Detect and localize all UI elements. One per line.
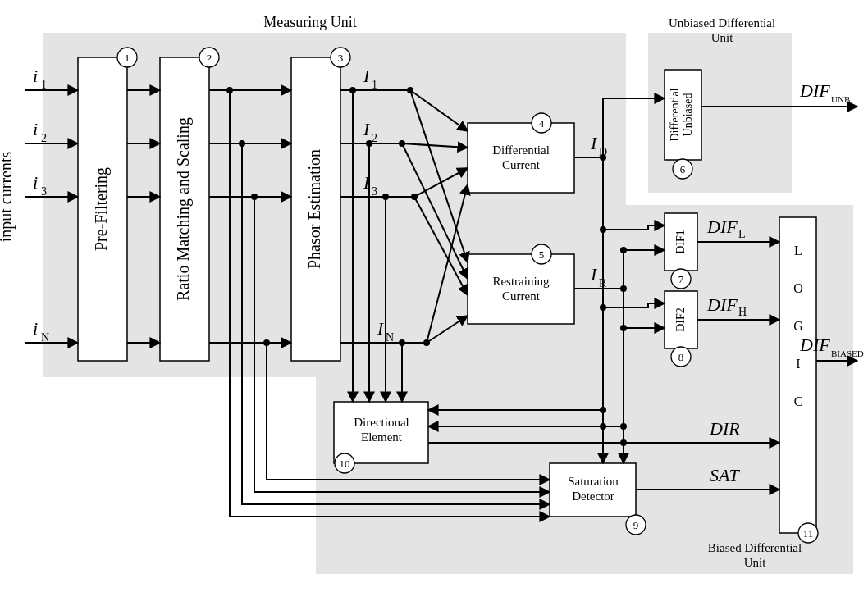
IR-tap2 [620,325,627,331]
unbiased-title-1: Unbiased Differential [669,16,775,30]
sat-l1: Saturation [568,475,619,488]
i1-base: i [33,66,38,86]
difL-s: L [738,228,746,240]
iN-base: i [33,318,38,339]
prefilter-label: Pre-Filtering [92,167,111,251]
i2-sub: 2 [41,132,47,144]
measuring-unit-title: Measuring Unit [263,14,356,30]
I3s: 3 [372,185,377,198]
i3-base: i [33,172,38,193]
badge-1-text: 1 [125,52,130,64]
I2s: 2 [372,132,377,144]
difH-s: H [738,306,747,318]
badge-10-text: 10 [340,458,350,470]
ratio-label: Ratio Matching and Scaling [174,117,193,301]
dir-l2: Element [361,430,403,444]
badge-4-text: 4 [539,117,545,130]
badge-11-text: 11 [803,527,814,540]
biased-title-1: Biased Differential [708,541,802,554]
sat-l2: Detector [572,490,614,503]
diffcur-l1: Differential [492,143,550,157]
badge-5-text: 5 [539,248,545,261]
diffunb-l1: Differential [669,88,681,141]
difL-b: DIF [706,216,738,237]
badge-2-text: 2 [207,52,212,64]
difunb-s: UNB [831,94,850,104]
sat-b: SAT [710,465,741,485]
badge-3-text: 3 [338,52,344,64]
difb-b: DIF [799,335,830,355]
logic-label: L O G I C [792,244,806,413]
restcur-l1: Restraining [492,275,550,288]
INs: N [386,331,394,344]
ID-sat-dot [600,423,606,430]
biased-title-2: Unit [744,556,767,569]
jp-I3 [411,194,418,200]
badge-9-text: 9 [633,519,639,531]
phasor-label: Phasor Estimation [305,149,323,269]
IR-tap1 [620,247,627,253]
diffcur-l2: Current [502,158,541,171]
difH-b: DIF [706,294,738,315]
dif1-label: DIF1 [674,230,687,254]
jp-IN [423,339,430,346]
dif2-label: DIF2 [674,307,687,332]
IDs: D [599,146,607,158]
I1s: 1 [372,79,377,91]
IR-fb-dot [620,423,627,430]
restcur-l2: Current [502,289,541,303]
i3-sub: 3 [41,185,47,198]
iN-sub: N [41,331,49,344]
difb-s: BIASED [831,348,864,358]
i2-base: i [33,119,38,139]
jp-I2 [399,140,405,147]
input-currents-label: input currents [0,152,16,243]
IRs: R [599,277,607,289]
ID-tap2 [600,304,606,311]
dir-l1: Directional [354,416,409,429]
i1-sub: 1 [41,79,47,91]
badge-7-text: 7 [678,273,684,285]
diffunb-l2: Unbiased [682,93,694,137]
ID-tap1 [600,226,606,233]
unbiased-title-2: Unit [711,31,734,44]
difunb-b: DIF [799,80,830,101]
dir-b: DIR [709,418,740,439]
IR-dot [620,285,627,292]
badge-6-text: 6 [680,163,686,175]
jp-I1 [407,87,413,93]
ID-fb-dot [600,407,606,413]
badge-8-text: 8 [678,351,684,363]
